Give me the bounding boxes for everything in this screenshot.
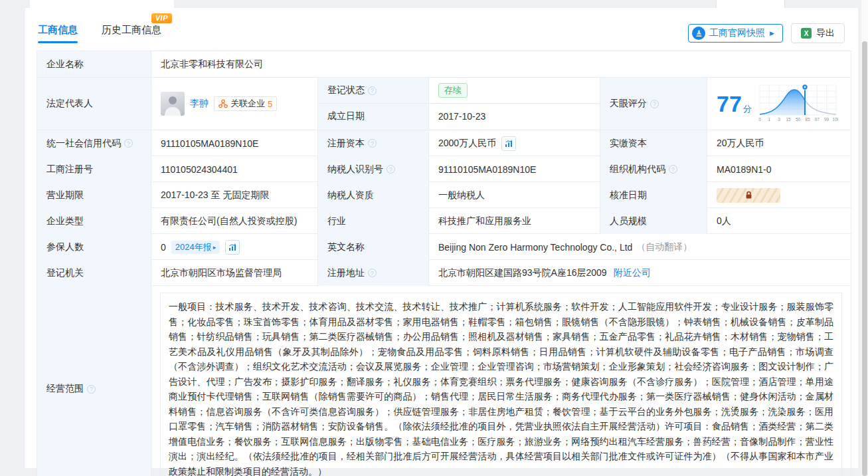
staff-size-value: 0人 [707,208,851,234]
reg-capital-label: 注册资本 ? [318,130,429,156]
taxpayer-quality-value: 一般纳税人 [429,182,600,208]
annual-report-badge[interactable]: 2024年报 ▸ [171,241,220,254]
reg-authority-label: 登记机关 [37,260,151,286]
bar-chart-icon [505,140,513,148]
help-icon[interactable]: ? [387,165,395,174]
bar-chart-icon [228,243,236,251]
reg-address-cell: 北京市朝阳区建国路93号院A座16层2009 附近公司 [429,260,851,286]
insured-count-value: 0 [161,242,166,253]
nearby-companies-link[interactable]: 附近公司 [614,267,651,279]
tab-history-business-info[interactable]: 历史工商信息 VIP [102,24,161,43]
related-companies-label: 关联企业 [230,98,265,110]
capital-trend-button[interactable] [501,136,516,151]
reg-capital-cell: 2000万人民币 [429,130,600,156]
approval-date-cell [707,182,851,208]
svg-text:100: 100 [832,117,837,122]
tab-business-info-label: 工商信息 [38,24,78,35]
org-code-value: MA0189N1-0 [707,156,851,182]
svg-text:85: 85 [805,117,810,122]
approval-date-label: 核准日期 [600,182,707,208]
table-row: 企业名称 北京非零和科技有限公司 [37,51,851,78]
scrollbar-thumb[interactable] [862,41,867,476]
company-name-label: 企业名称 [37,51,151,77]
credit-code-value: 91110105MA0189N10E [151,130,318,156]
reg-authority-value: 北京市朝阳区市场监督管理局 [151,260,318,286]
legal-rep-cell: 李翀 关联企业 5 [151,78,318,130]
reg-status-label: 登记状态 ? [318,78,429,103]
company-type-label: 企业类型 [37,208,151,234]
table-row: 企业类型 有限责任公司(自然人投资或控股) 行业 科技推广和应用服务业 人员规模… [37,208,851,234]
tianyan-score-cell[interactable]: 77分 [707,78,851,130]
business-term-label: 营业期限 [37,182,151,208]
official-snapshot-button[interactable]: 工商官网快照 ▶ [688,24,783,43]
table-row: 工商注册号 110105024304401 纳税人识别号 ? 91110105M… [37,156,851,182]
help-icon[interactable]: ? [368,139,377,148]
business-info-page: 工商信息 历史工商信息 VIP 工商官网快照 ▶ X 导出 [0,0,868,476]
paid-capital-value: 20万人民币 [707,130,851,156]
paid-capital-label: 实缴资本 [600,130,707,156]
establish-date-label: 成立日期 [318,104,429,129]
table-row: 登记机关 北京市朝阳区市场监督管理局 注册地址 ? 北京市朝阳区建国路93号院A… [37,260,851,286]
table-row: 统一社会信用代码 ? 91110105MA0189N10E 注册资本 ? 200… [37,130,851,156]
legal-rep-avatar[interactable] [161,92,185,116]
legal-rep-label: 法定代表人 [37,78,151,130]
locked-value-placeholder[interactable] [717,188,780,203]
score-distribution-chart: 0 1 3 15 50 85 97 99 100 [758,83,838,124]
business-scope-label: 经营范围 ? [37,286,151,476]
svg-text:1: 1 [768,117,770,122]
business-scope-text: 一般项目：技术服务、技术开发、技术咨询、技术交流、技术转让、技术推广；计算机系统… [160,293,842,476]
related-companies-badge[interactable]: 关联企业 5 [214,96,277,111]
business-scope-cell: 一般项目：技术服务、技术开发、技术咨询、技术交流、技术转让、技术推广；计算机系统… [151,286,851,476]
tab-history-label: 历史工商信息 [102,24,161,35]
score-axis-ticks: 0 1 3 15 50 85 97 99 100 [758,117,838,122]
help-icon[interactable]: ? [368,269,377,277]
industry-value: 科技推广和应用服务业 [429,208,600,234]
legal-rep-name-link[interactable]: 李翀 [190,98,209,110]
business-info-table: 企业名称 北京非零和科技有限公司 法定代表人 李翀 关联企业 5 [37,51,851,476]
table-row: 营业期限 2017-10-23 至 无固定期限 纳税人资质 一般纳税人 核准日期 [37,182,851,208]
svg-text:15: 15 [786,117,791,122]
excel-icon: X [801,28,812,39]
english-name-cell: Beijing Non Zero Harmony Technology Co.,… [429,234,851,260]
svg-text:99: 99 [824,117,829,122]
insured-count-cell: 0 2024年报 ▸ [151,234,318,260]
table-row: 经营范围 ? 一般项目：技术服务、技术开发、技术咨询、技术交流、技术转让、技术推… [37,286,851,476]
export-button[interactable]: X 导出 [791,23,845,43]
reg-status-value: 存续 [429,78,600,103]
page-scrollbar[interactable] [861,0,868,476]
industry-label: 行业 [318,208,429,234]
export-button-label: 导出 [816,27,835,39]
help-icon[interactable]: ? [87,385,96,394]
tab-business-info[interactable]: 工商信息 [38,24,78,43]
establish-date-value: 2017-10-23 [429,104,600,129]
reg-address-value: 北京市朝阳区建国路93号院A座16层2009 [438,267,607,279]
english-name-value: Beijing Non Zero Harmony Technology Co.,… [438,242,632,253]
org-code-label: 组织机构代码 ? [600,156,707,182]
help-icon[interactable]: ? [124,139,133,148]
tab-bar: 工商信息 历史工商信息 VIP 工商官网快照 ▶ X 导出 [25,8,858,43]
org-network-icon [218,99,228,108]
top-remnant-block [30,0,174,8]
insured-count-label: 参保人数 [37,234,151,260]
stamp-icon [692,27,705,40]
business-term-value: 2017-10-23 至 无固定期限 [151,182,318,208]
help-icon[interactable]: ? [368,86,377,95]
reg-address-label: 注册地址 ? [318,260,429,286]
help-icon[interactable]: ? [650,100,659,108]
table-row: 法定代表人 李翀 关联企业 5 [37,78,851,130]
help-icon[interactable]: ? [669,165,677,174]
status-date-column: 登记状态 ? 存续 成立日期 2017-10-23 [318,78,600,130]
insured-trend-button[interactable] [225,240,240,255]
staff-size-label: 人员规模 [600,208,707,234]
reg-capital-value: 2000万人民币 [438,138,496,150]
auto-translate-note: （自动翻译） [636,241,692,253]
taxpayer-id-value: 91110105MA0189N10E [429,156,600,182]
business-info-card: 工商信息 历史工商信息 VIP 工商官网快照 ▶ X 导出 [25,8,858,468]
english-name-label: 英文名称 [318,234,429,260]
svg-text:97: 97 [815,117,820,122]
company-type-value: 有限责任公司(自然人投资或控股) [151,208,318,234]
table-row: 参保人数 0 2024年报 ▸ 英文名称 Beijing Non Zero Ha… [37,234,851,260]
caret-right-icon: ▸ [213,244,217,251]
snapshot-arrow-icon: ▶ [770,30,774,37]
snapshot-button-label: 工商官网快照 [709,27,765,39]
